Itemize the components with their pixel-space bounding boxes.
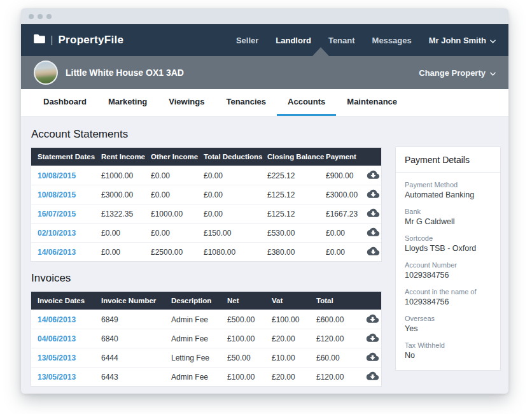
cloud-download-icon (366, 333, 379, 344)
field-label: Overseas (405, 315, 491, 322)
download-button[interactable] (365, 189, 381, 200)
change-property-button[interactable]: Change Property (419, 68, 496, 78)
download-button[interactable] (365, 246, 381, 257)
payment-detail-field: Tax WithheldNo (405, 341, 491, 360)
user-menu[interactable]: Mr John Smith (429, 36, 496, 45)
table-cell: £1080.00 (204, 248, 267, 257)
table-cell: 6849 (101, 315, 171, 324)
table-cell: £3000.00 (101, 190, 151, 199)
table-cell: Admin Fee (171, 334, 227, 343)
folder-icon (34, 34, 45, 46)
table-cell: £0.00 (204, 190, 267, 199)
tab-maintenance[interactable]: Maintenance (336, 89, 408, 116)
table-row: 10/08/2015£1000.00£0.00£0.00£225.12£900.… (31, 166, 381, 185)
table-cell: £2500.00 (151, 248, 204, 257)
brand-name: PropertyFile (58, 34, 123, 46)
cloud-download-icon (367, 208, 380, 219)
cloud-download-icon (367, 246, 380, 257)
column-header: Invoice Number (101, 297, 171, 304)
active-nav-pointer (312, 47, 329, 56)
chevron-down-icon (490, 68, 496, 78)
payment-detail-field: BankMr G Caldwell (405, 208, 491, 226)
field-label: Account in the name of (405, 288, 491, 296)
table-row: 14/06/2013£0.00£2500.00£1080.00£380.00£0… (31, 242, 381, 261)
table-cell: £120.00 (316, 373, 363, 382)
column-header: Vat (272, 297, 316, 304)
date-link[interactable]: 14/06/2013 (38, 248, 101, 257)
table-cell: £100.00 (227, 373, 272, 382)
date-link[interactable]: 04/06/2013 (38, 334, 101, 343)
download-button[interactable] (365, 170, 381, 181)
download-button[interactable] (363, 314, 381, 325)
date-link[interactable]: 14/06/2013 (38, 315, 101, 324)
download-button[interactable] (365, 227, 381, 238)
download-button[interactable] (363, 352, 381, 363)
cloud-download-icon (366, 352, 379, 363)
column-header: Statement Dates (38, 153, 101, 161)
date-link[interactable]: 16/07/2015 (38, 210, 101, 218)
nav-item-tenant[interactable]: Tenant (328, 36, 355, 45)
property-name: Little White House OX1 3AD (66, 68, 184, 78)
field-label: Tax Withheld (405, 341, 491, 349)
table-cell: £10.00 (272, 353, 316, 362)
table-cell: £120.00 (316, 334, 363, 343)
download-button[interactable] (363, 371, 381, 382)
table-cell: 6840 (101, 334, 171, 343)
payment-detail-field: Account in the name of1029384756 (405, 288, 491, 306)
window-control-dot[interactable] (46, 14, 52, 19)
date-link[interactable]: 10/08/2015 (38, 171, 101, 180)
window-control-dot[interactable] (38, 14, 43, 19)
table-cell: £150.00 (204, 229, 267, 238)
field-value: 1029384756 (405, 271, 491, 280)
page: | PropertyFile Seller Landlord Tenant Me… (0, 0, 532, 414)
payment-detail-field: SortcodeLloyds TSB - Oxford (405, 234, 491, 253)
table-cell: £0.00 (326, 248, 365, 257)
table-cell: £1000.00 (101, 171, 151, 180)
table-row: 14/06/20136849Admin Fee£500.00£100.00£60… (31, 310, 381, 329)
account-statements-table: Statement DatesRent IncomeOther IncomeTo… (31, 147, 382, 262)
download-button[interactable] (365, 208, 381, 219)
table-cell: £0.00 (151, 190, 204, 199)
column-header: Net (227, 297, 272, 304)
payment-detail-field: Payment MethodAutomated Banking (405, 181, 491, 199)
nav-item-messages[interactable]: Messages (372, 36, 412, 45)
window-control-dot[interactable] (29, 14, 34, 19)
tab-dashboard[interactable]: Dashboard (32, 89, 97, 116)
download-button[interactable] (363, 333, 381, 344)
column-header: Invoice Dates (38, 297, 101, 304)
nav-item-landlord[interactable]: Landlord (276, 36, 311, 45)
table-cell: £600.00 (316, 315, 363, 324)
table-cell: £125.12 (267, 190, 326, 199)
table-cell: £0.00 (151, 229, 204, 238)
top-navigation: Seller Landlord Tenant Messages Mr John … (236, 36, 496, 45)
table-cell: £3000.00 (326, 190, 365, 199)
payment-detail-field: OverseasYes (405, 315, 491, 333)
table-cell: 6444 (101, 353, 171, 362)
date-link[interactable]: 13/05/2013 (38, 373, 101, 382)
field-label: Sortcode (405, 234, 491, 242)
payment-details-title: Payment Details (396, 147, 500, 173)
table-cell: 6443 (101, 373, 171, 382)
tab-marketing[interactable]: Marketing (97, 89, 158, 116)
cloud-download-icon (366, 371, 379, 382)
user-menu-label: Mr John Smith (429, 36, 486, 45)
field-label: Bank (405, 208, 491, 215)
date-link[interactable]: 13/05/2013 (38, 353, 101, 362)
table-cell: £125.12 (267, 210, 326, 218)
date-link[interactable]: 02/10/2013 (38, 229, 101, 238)
nav-item-seller[interactable]: Seller (236, 36, 258, 45)
property-photo-avatar[interactable] (34, 61, 58, 85)
table-cell: £20.00 (272, 373, 316, 382)
chevron-down-icon (490, 36, 496, 45)
table-cell: £1000.00 (151, 210, 204, 218)
table-header-row: Statement DatesRent IncomeOther IncomeTo… (31, 148, 381, 166)
app-logo[interactable]: | PropertyFile (34, 34, 123, 46)
table-row: 02/10/2013£0.00£0.00£150.00£530.00£0.00 (31, 223, 381, 242)
table-cell: £900.00 (326, 171, 365, 180)
tab-tenancies[interactable]: Tenancies (215, 89, 277, 116)
date-link[interactable]: 10/08/2015 (38, 190, 101, 199)
tab-accounts[interactable]: Accounts (277, 89, 336, 116)
section-tabs: Dashboard Marketing Viewings Tenancies A… (21, 89, 508, 117)
tab-viewings[interactable]: Viewings (158, 89, 215, 116)
cloud-download-icon (366, 314, 379, 325)
